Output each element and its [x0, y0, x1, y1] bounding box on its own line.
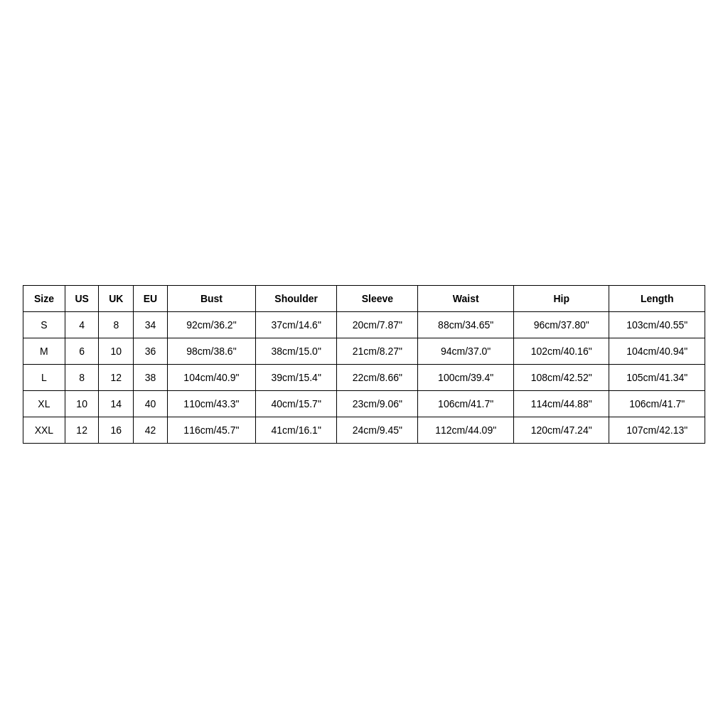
- cell-hip: 108cm/42.52": [513, 364, 609, 390]
- table-row: XL101440110cm/43.3"40cm/15.7"23cm/9.06"1…: [23, 390, 705, 417]
- table-row: XXL121642116cm/45.7"41cm/16.1"24cm/9.45"…: [23, 417, 705, 443]
- cell-shoulder: 38cm/15.0": [256, 338, 337, 364]
- cell-us: 4: [65, 311, 99, 338]
- cell-eu: 42: [134, 417, 168, 443]
- cell-us: 6: [65, 338, 99, 364]
- table-row: M6103698cm/38.6"38cm/15.0"21cm/8.27"94cm…: [23, 338, 705, 364]
- cell-shoulder: 37cm/14.6": [256, 311, 337, 338]
- cell-size: XL: [23, 390, 65, 417]
- cell-uk: 16: [99, 417, 134, 443]
- cell-us: 10: [65, 390, 99, 417]
- cell-size: XXL: [23, 417, 65, 443]
- cell-sleeve: 24cm/9.45": [337, 417, 418, 443]
- cell-us: 8: [65, 364, 99, 390]
- cell-bust: 110cm/43.3": [167, 390, 255, 417]
- cell-eu: 38: [134, 364, 168, 390]
- cell-shoulder: 40cm/15.7": [256, 390, 337, 417]
- cell-hip: 114cm/44.88": [513, 390, 609, 417]
- size-chart-container: Size US UK EU Bust Shoulder Sleeve Waist…: [23, 285, 705, 444]
- cell-shoulder: 41cm/16.1": [256, 417, 337, 443]
- size-chart-table: Size US UK EU Bust Shoulder Sleeve Waist…: [23, 285, 705, 444]
- cell-size: S: [23, 311, 65, 338]
- table-header-row: Size US UK EU Bust Shoulder Sleeve Waist…: [23, 285, 705, 311]
- cell-waist: 112cm/44.09": [418, 417, 514, 443]
- cell-waist: 100cm/39.4": [418, 364, 514, 390]
- cell-sleeve: 21cm/8.27": [337, 338, 418, 364]
- cell-bust: 116cm/45.7": [167, 417, 255, 443]
- header-bust: Bust: [167, 285, 255, 311]
- cell-hip: 102cm/40.16": [513, 338, 609, 364]
- cell-waist: 88cm/34.65": [418, 311, 514, 338]
- cell-sleeve: 20cm/7.87": [337, 311, 418, 338]
- cell-uk: 12: [99, 364, 134, 390]
- cell-hip: 120cm/47.24": [513, 417, 609, 443]
- cell-uk: 14: [99, 390, 134, 417]
- cell-bust: 104cm/40.9": [167, 364, 255, 390]
- cell-length: 104cm/40.94": [609, 338, 705, 364]
- cell-sleeve: 22cm/8.66": [337, 364, 418, 390]
- cell-eu: 36: [134, 338, 168, 364]
- table-row: S483492cm/36.2"37cm/14.6"20cm/7.87"88cm/…: [23, 311, 705, 338]
- header-length: Length: [609, 285, 705, 311]
- cell-eu: 34: [134, 311, 168, 338]
- cell-sleeve: 23cm/9.06": [337, 390, 418, 417]
- header-uk: UK: [99, 285, 134, 311]
- cell-bust: 92cm/36.2": [167, 311, 255, 338]
- cell-hip: 96cm/37.80": [513, 311, 609, 338]
- cell-waist: 94cm/37.0": [418, 338, 514, 364]
- header-hip: Hip: [513, 285, 609, 311]
- cell-eu: 40: [134, 390, 168, 417]
- header-size: Size: [23, 285, 65, 311]
- cell-waist: 106cm/41.7": [418, 390, 514, 417]
- header-waist: Waist: [418, 285, 514, 311]
- header-eu: EU: [134, 285, 168, 311]
- cell-size: L: [23, 364, 65, 390]
- table-row: L81238104cm/40.9"39cm/15.4"22cm/8.66"100…: [23, 364, 705, 390]
- header-sleeve: Sleeve: [337, 285, 418, 311]
- cell-bust: 98cm/38.6": [167, 338, 255, 364]
- header-shoulder: Shoulder: [256, 285, 337, 311]
- cell-length: 103cm/40.55": [609, 311, 705, 338]
- cell-length: 106cm/41.7": [609, 390, 705, 417]
- cell-size: M: [23, 338, 65, 364]
- header-us: US: [65, 285, 99, 311]
- cell-length: 105cm/41.34": [609, 364, 705, 390]
- cell-uk: 10: [99, 338, 134, 364]
- cell-length: 107cm/42.13": [609, 417, 705, 443]
- cell-shoulder: 39cm/15.4": [256, 364, 337, 390]
- cell-us: 12: [65, 417, 99, 443]
- cell-uk: 8: [99, 311, 134, 338]
